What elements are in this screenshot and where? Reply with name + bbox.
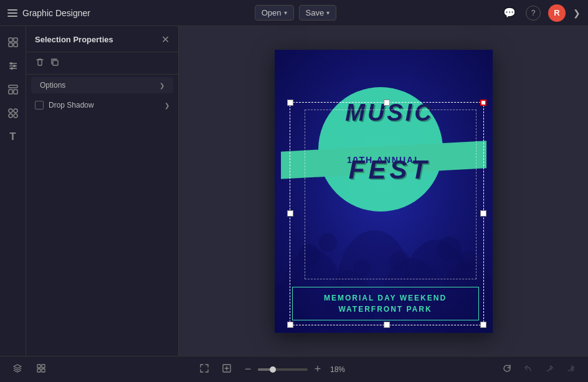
info-line2: Waterfront Park — [299, 305, 472, 314]
save-chevron-icon: ▾ — [326, 9, 330, 16]
svg-point-9 — [11, 67, 13, 70]
transform-button[interactable] — [218, 361, 235, 378]
svg-point-14 — [14, 109, 17, 113]
svg-rect-10 — [9, 85, 17, 88]
undo-button[interactable] — [519, 361, 537, 378]
layers-button[interactable] — [9, 361, 26, 378]
info-line1: Memorial Day Weekend — [299, 294, 472, 302]
app-title: Graphic Designer — [22, 8, 90, 18]
main-area: T Selection Properties ✕ Options ❯ — [0, 26, 588, 356]
drop-shadow-checkbox[interactable] — [35, 101, 44, 109]
open-button[interactable]: Open ▾ — [255, 5, 294, 21]
info-box: Memorial Day Weekend Waterfront Park — [292, 287, 479, 320]
svg-rect-35 — [42, 369, 45, 372]
svg-rect-34 — [37, 369, 40, 372]
svg-rect-0 — [9, 38, 12, 42]
expand-icon[interactable]: ❯ — [573, 8, 581, 18]
save-button[interactable]: Save ▾ — [299, 5, 337, 21]
text-tool-button[interactable]: T — [3, 127, 23, 147]
canvas-area[interactable]: 10th Annual music FEST Memorial Day Week… — [179, 26, 588, 356]
svg-rect-1 — [14, 38, 17, 42]
history-button[interactable] — [562, 361, 579, 378]
adjust-tool-button[interactable] — [3, 56, 23, 76]
svg-rect-32 — [37, 365, 40, 368]
svg-point-31 — [389, 251, 410, 272]
layout-tool-button[interactable] — [3, 80, 23, 100]
elements-tool-button[interactable] — [3, 103, 23, 123]
svg-point-26 — [298, 244, 320, 266]
svg-point-29 — [458, 251, 478, 271]
panel-title: Selection Properties — [35, 35, 113, 44]
svg-point-28 — [437, 236, 462, 261]
close-icon[interactable]: ✕ — [161, 34, 169, 45]
svg-point-16 — [14, 114, 17, 118]
options-chevron-icon: ❯ — [159, 82, 164, 89]
fest-title: FEST — [306, 157, 474, 183]
refresh-button[interactable] — [498, 361, 516, 378]
text-tool-icon: T — [9, 131, 16, 143]
svg-point-15 — [9, 114, 12, 118]
svg-point-30 — [353, 259, 371, 276]
panel-header: Selection Properties ✕ — [26, 26, 178, 52]
design-canvas: 10th Annual music FEST Memorial Day Week… — [275, 50, 493, 333]
grid-button[interactable] — [32, 361, 50, 378]
topbar: Graphic Designer Open ▾ Save ▾ 💬 ? R ❯ — [0, 0, 588, 26]
properties-panel: Selection Properties ✕ Options ❯ — [26, 26, 179, 356]
svg-rect-17 — [53, 60, 58, 65]
svg-point-8 — [13, 65, 16, 67]
svg-rect-33 — [42, 365, 45, 368]
drop-shadow-label: Drop Shadow — [49, 101, 94, 109]
zoom-slider[interactable] — [258, 368, 308, 371]
music-title: music — [306, 101, 474, 124]
zoom-controls: − + — [240, 362, 325, 377]
menu-icon[interactable] — [7, 9, 17, 17]
svg-rect-12 — [14, 90, 17, 94]
drop-shadow-chevron-icon: ❯ — [164, 102, 169, 109]
delete-icon[interactable] — [35, 57, 45, 69]
zoom-percent: 18% — [330, 365, 353, 374]
zoom-in-button[interactable]: + — [310, 362, 325, 377]
svg-rect-2 — [9, 43, 12, 47]
svg-point-13 — [9, 109, 12, 113]
avatar[interactable]: R — [548, 4, 566, 22]
svg-point-27 — [318, 233, 337, 252]
svg-rect-11 — [9, 90, 12, 94]
svg-rect-3 — [14, 43, 17, 47]
select-tool-button[interactable] — [3, 32, 23, 52]
open-chevron-icon: ▾ — [284, 9, 287, 16]
svg-point-7 — [10, 62, 12, 65]
options-label: Options — [40, 81, 65, 90]
fit-button[interactable] — [196, 361, 213, 378]
festival-text-block: music FEST — [306, 101, 474, 183]
redo-button[interactable] — [541, 361, 558, 378]
copy-icon[interactable] — [50, 57, 60, 69]
drop-shadow-row[interactable]: Drop Shadow ❯ — [26, 96, 178, 114]
zoom-out-button[interactable]: − — [240, 362, 255, 377]
panel-toolbar — [26, 52, 178, 75]
bottom-bar: − + 18% — [0, 356, 588, 382]
help-icon-button[interactable]: ? — [526, 6, 541, 21]
left-toolbar: T — [0, 26, 26, 356]
chat-icon-button[interactable]: 💬 — [501, 4, 518, 21]
options-row[interactable]: Options ❯ — [31, 77, 173, 93]
